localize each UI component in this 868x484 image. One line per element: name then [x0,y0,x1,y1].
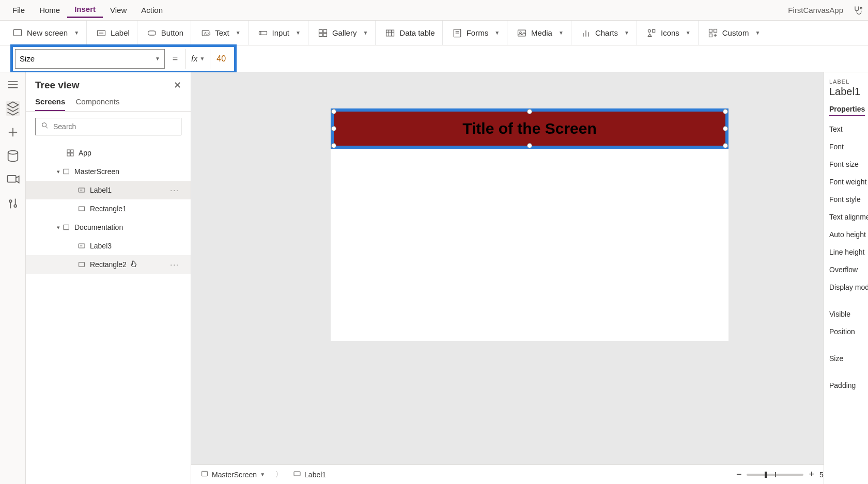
tab-screens[interactable]: Screens [35,97,65,111]
breadcrumb-element[interactable]: Label1 [293,470,326,479]
formula-value[interactable]: 40 [210,54,232,64]
close-icon[interactable]: ✕ [174,80,181,91]
media-rail-icon[interactable] [6,173,20,187]
prop-overflow[interactable]: Overflow [824,261,868,278]
insert-label-text: Label [111,28,130,37]
menu-insert[interactable]: Insert [67,3,103,18]
svg-rect-26 [653,29,655,32]
chevron-down-icon[interactable]: ▾ [57,224,60,231]
resize-handle[interactable] [723,126,728,131]
chevron-down-icon: ▼ [686,30,691,36]
prop-font-style[interactable]: Font style [824,191,868,208]
prop-font[interactable]: Font [824,138,868,155]
menu-action[interactable]: Action [134,4,170,17]
chevron-down-icon: ▼ [236,30,241,36]
prop-position[interactable]: Position [824,323,868,340]
zoom-in-button[interactable]: + [809,469,814,480]
resize-handle[interactable] [331,126,336,131]
insert-icons-label: Icons [661,28,679,37]
insert-datatable-label: Data table [399,28,435,37]
tree-item-label1[interactable]: Label1 ··· [26,181,191,199]
prop-padding[interactable]: Padding [824,377,868,394]
chevron-down-icon: ▼ [624,30,629,36]
data-icon[interactable] [6,149,20,163]
breadcrumb-screen[interactable]: MasterScreen ▼ [200,470,265,479]
svg-rect-12 [323,33,327,36]
prop-visible[interactable]: Visible [824,305,868,323]
prop-display-mode[interactable]: Display mode [824,278,868,296]
more-icon[interactable]: ··· [170,260,181,269]
insert-charts-button[interactable]: Charts ▼ [574,21,637,45]
selected-element-outline[interactable]: Title of the Screen [331,108,729,149]
prop-size[interactable]: Size [824,350,868,367]
hamburger-icon[interactable] [6,77,20,92]
prop-text[interactable]: Text [824,120,868,138]
chevron-down-icon[interactable]: ▾ [57,168,60,175]
zoom-out-button[interactable]: − [736,469,742,480]
more-icon[interactable]: ··· [170,186,181,194]
svg-rect-11 [319,33,322,36]
properties-tab[interactable]: Properties [829,105,865,116]
insert-gallery-button[interactable]: Gallery ▼ [311,21,376,45]
insert-input-button[interactable]: Input ▼ [251,21,308,45]
insert-label-button[interactable]: Label [89,21,137,45]
insert-button-button[interactable]: Button [140,21,191,45]
tree-app-label: App [79,149,91,157]
svg-rect-47 [67,153,70,156]
svg-line-44 [46,127,48,128]
prop-font-weight[interactable]: Font weight [824,173,868,191]
tree-item-rectangle2[interactable]: Rectangle2 ··· [26,255,191,274]
svg-rect-52 [79,207,85,211]
prop-auto-height[interactable]: Auto height [824,226,868,243]
zoom-slider[interactable] [747,474,803,476]
breadcrumb-separator: 〉 [275,470,283,479]
new-screen-button[interactable]: New screen ▼ [5,21,87,45]
svg-point-25 [648,29,650,32]
tree-app[interactable]: App [26,144,191,162]
menu-home[interactable]: Home [32,4,67,17]
chevron-down-icon: ▼ [296,30,301,36]
resize-handle[interactable] [527,143,532,148]
resize-handle[interactable] [723,143,728,148]
prop-font-size[interactable]: Font size [824,155,868,173]
fx-button[interactable]: fx▼ [185,49,210,69]
label-control[interactable]: Title of the Screen [334,112,725,146]
breadcrumb-screen-label: MasterScreen [212,471,257,479]
insert-icons-button[interactable]: Icons ▼ [639,21,699,45]
resize-handle[interactable] [331,143,336,148]
menu-bar: File Home Insert View Action FirstCanvas… [0,0,868,21]
tree-item-documentation[interactable]: ▾ Documentation [26,218,191,237]
insert-custom-label: Custom [722,28,749,37]
tree-view-icon[interactable] [6,101,20,116]
insert-forms-button[interactable]: Forms ▼ [445,21,507,45]
search-icon [41,121,49,132]
search-input[interactable] [53,122,176,131]
svg-point-37 [8,151,18,154]
tree-item-rectangle1[interactable]: Rectangle1 [26,199,191,218]
svg-rect-13 [386,30,394,36]
resize-handle[interactable] [527,109,532,114]
property-selector[interactable]: ▼ [15,49,165,69]
insert-media-button[interactable]: Media ▼ [509,21,571,45]
gallery-icon [318,28,328,38]
add-icon[interactable] [6,125,20,139]
tree-view-title: Tree view [35,80,80,91]
stethoscope-icon[interactable] [853,5,863,15]
tree-search-box[interactable] [35,118,181,135]
insert-datatable-button[interactable]: Data table [378,21,442,45]
prop-text-align[interactable]: Text alignment [824,208,868,226]
property-input[interactable] [20,54,155,63]
tab-components[interactable]: Components [75,97,119,111]
menu-file[interactable]: File [5,4,32,17]
tree-item-masterscreen[interactable]: ▾ MasterScreen [26,162,191,181]
screen-canvas[interactable]: Title of the Screen [331,108,729,341]
insert-text-button[interactable]: Abc Text ▼ [193,21,248,45]
forms-icon [452,28,462,38]
resize-handle[interactable] [331,109,336,114]
prop-line-height[interactable]: Line height [824,243,868,261]
tree-item-label3[interactable]: Label3 [26,237,191,255]
resize-handle[interactable] [723,109,728,114]
insert-custom-button[interactable]: Custom ▼ [701,21,768,45]
tools-icon[interactable] [6,196,20,211]
menu-view[interactable]: View [103,4,134,17]
